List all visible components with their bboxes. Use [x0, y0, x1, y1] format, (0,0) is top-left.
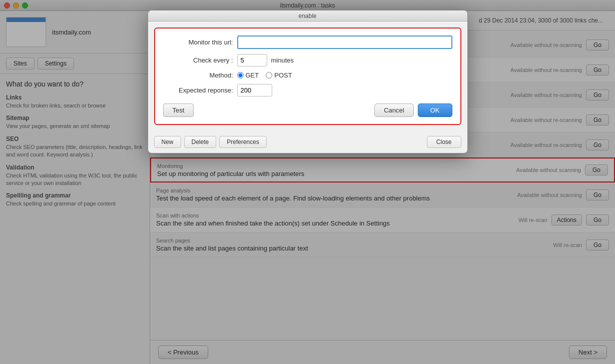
- dialog-action-buttons: Cancel OK: [374, 104, 452, 117]
- popup-title-bar: enable: [148, 10, 467, 22]
- popup-bottom-left: New Delete Preferences: [154, 136, 267, 148]
- monitor-dialog: Monitor this url: Check every : minutes …: [154, 28, 461, 125]
- modal-overlay: enable Monitor this url: Check every : m…: [0, 0, 615, 364]
- delete-button[interactable]: Delete: [184, 136, 217, 148]
- method-label: Method:: [163, 72, 233, 79]
- ok-button[interactable]: OK: [418, 104, 452, 117]
- monitor-url-label: Monitor this url:: [163, 38, 233, 46]
- dialog-row-url: Monitor this url:: [163, 36, 452, 49]
- method-get-radio[interactable]: [237, 72, 244, 78]
- popup-bottom: New Delete Preferences Close: [148, 131, 467, 153]
- method-get-option[interactable]: GET: [237, 72, 259, 79]
- test-button[interactable]: Test: [163, 104, 194, 117]
- method-post-option[interactable]: POST: [266, 72, 292, 79]
- tasks-popup: enable Monitor this url: Check every : m…: [148, 10, 468, 154]
- new-button[interactable]: New: [154, 136, 181, 148]
- method-get-label: GET: [246, 72, 259, 79]
- minutes-label: minutes: [271, 56, 294, 64]
- popup-title: enable: [298, 12, 316, 20]
- monitor-url-input[interactable]: [237, 36, 452, 49]
- method-radio-group: GET POST: [237, 72, 292, 79]
- dialog-row-method: Method: GET POST: [163, 72, 452, 79]
- check-every-input[interactable]: [237, 54, 267, 66]
- dialog-row-check-every: Check every : minutes: [163, 54, 452, 66]
- method-post-label: POST: [274, 72, 292, 79]
- expected-response-label: Expected reponse:: [163, 86, 233, 94]
- dialog-footer: Test Cancel OK: [163, 102, 452, 117]
- method-post-radio[interactable]: [266, 72, 272, 78]
- cancel-button[interactable]: Cancel: [374, 104, 413, 117]
- expected-response-input[interactable]: [237, 84, 272, 96]
- check-every-label: Check every :: [163, 56, 233, 64]
- dialog-row-expected: Expected reponse:: [163, 84, 452, 96]
- preferences-button[interactable]: Preferences: [219, 136, 267, 148]
- close-popup-button[interactable]: Close: [427, 136, 461, 148]
